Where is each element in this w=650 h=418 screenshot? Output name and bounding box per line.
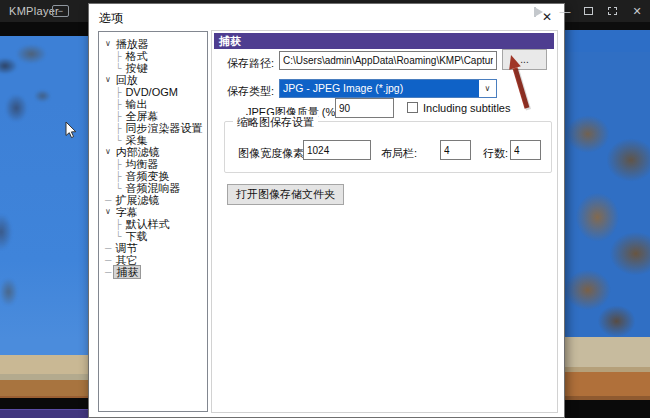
tree-item-2[interactable]: └按键 (105, 62, 207, 74)
tree-item-13[interactable]: ─扩展滤镜 (105, 194, 207, 206)
tree-item-label: 同步渲染器设置 (123, 122, 204, 134)
image-width-input[interactable] (303, 140, 371, 160)
tree-item-label: 扩展滤镜 (113, 194, 161, 206)
tree-item-7[interactable]: ├同步渲染器设置 (105, 122, 207, 134)
rows-label: 行数: (483, 146, 508, 161)
tree-item-label: 按键 (123, 62, 149, 74)
tree-item-15[interactable]: ├默认样式 (105, 218, 207, 230)
tree-connector: ─ (105, 242, 111, 254)
tree-item-label: 字幕 (114, 206, 140, 218)
tree-item-label: 音频混响器 (123, 182, 182, 194)
chevron-down-icon: ∨ (479, 80, 496, 97)
chevron-expanded-icon[interactable]: ∨ (105, 146, 111, 158)
player-bottom-strip (0, 409, 88, 418)
tree-item-label: 内部滤镜 (114, 146, 162, 158)
tree-connector: ├ (115, 218, 121, 230)
including-subtitles-checkbox[interactable] (407, 102, 418, 113)
save-type-dropdown[interactable]: JPG - JPEG Image (*.jpg) ∨ (279, 79, 497, 98)
tree-connector: ├ (115, 158, 121, 170)
tree-item-label: 调节 (113, 242, 139, 254)
close-window-icon[interactable]: ✕ (630, 4, 644, 18)
tree-item-17[interactable]: ─调节 (105, 242, 207, 254)
maximize-icon[interactable] (582, 4, 596, 18)
save-type-selected-value: JPG - JPEG Image (*.jpg) (280, 80, 479, 97)
fullscreen-icon[interactable] (606, 4, 620, 18)
tree-item-6[interactable]: ├全屏幕 (105, 110, 207, 122)
save-path-label: 保存路径: (227, 56, 274, 71)
tree-item-label: DVD/OGM (123, 86, 180, 98)
jpeg-quality-input[interactable] (335, 98, 394, 118)
tree-item-4[interactable]: ├DVD/OGM (105, 86, 207, 98)
tree-connector: └ (115, 182, 121, 194)
window-controls: — ✕ (534, 3, 644, 19)
capture-settings-pane: 捕获 保存路径: ... 保存类型: JPG - JPEG Image (*.j… (211, 30, 558, 413)
tree-item-1[interactable]: ├格式 (105, 50, 207, 62)
tree-item-12[interactable]: └音频混响器 (105, 182, 207, 194)
tree-item-0[interactable]: ∨播放器 (105, 38, 207, 50)
pin-icon[interactable] (534, 4, 548, 18)
tree-connector: ├ (115, 110, 121, 122)
tree-item-label: 默认样式 (123, 218, 171, 230)
tree-item-label: 均衡器 (123, 158, 160, 170)
tree-connector: └ (115, 134, 121, 146)
video-frame-right (565, 22, 650, 418)
tree-connector: ├ (115, 50, 121, 62)
tree-item-19[interactable]: ─捕获 (105, 266, 207, 278)
tree-connector: ├ (115, 170, 121, 182)
tree-item-label: 捕获 (113, 265, 141, 279)
tree-item-3[interactable]: ∨回放 (105, 74, 207, 86)
tree-connector: ─ (105, 254, 111, 266)
tree-item-label: 格式 (123, 50, 149, 62)
save-type-label: 保存类型: (227, 84, 274, 99)
dialog-title: 选项 (99, 10, 123, 27)
tree-item-label: 下载 (123, 230, 149, 242)
options-tree: ∨播放器├格式└按键∨回放├DVD/OGM├输出├全屏幕├同步渲染器设置└采集∨… (98, 31, 208, 412)
tree-item-label: 播放器 (114, 38, 151, 50)
browse-button[interactable]: ... (502, 49, 547, 70)
tree-branches-decor (0, 187, 36, 337)
video-frame-left (0, 22, 88, 418)
rows-input[interactable] (510, 140, 541, 160)
tree-connector: ├ (115, 86, 121, 98)
image-width-label: 图像宽度像素: (238, 146, 307, 161)
tree-item-14[interactable]: ∨字幕 (105, 206, 207, 218)
menu-box-icon[interactable]: − (52, 5, 69, 17)
tree-item-label: 采集 (123, 134, 149, 146)
open-image-folder-button[interactable]: 打开图像存储文件夹 (227, 184, 344, 205)
tree-connector: ├ (115, 122, 121, 134)
tree-foliage-decor (559, 82, 650, 342)
tree-connector: └ (115, 230, 121, 242)
tree-connector: ─ (105, 194, 111, 206)
columns-label: 布局栏: (381, 146, 417, 161)
tree-item-9[interactable]: ∨内部滤镜 (105, 146, 207, 158)
tree-item-5[interactable]: ├输出 (105, 98, 207, 110)
chevron-expanded-icon[interactable]: ∨ (105, 206, 111, 218)
save-path-input[interactable] (279, 51, 497, 70)
options-dialog: 选项 ✕ ∨播放器├格式└按键∨回放├DVD/OGM├输出├全屏幕├同步渲染器设… (88, 3, 565, 418)
minimize-icon[interactable]: — (558, 4, 572, 18)
tree-connector: └ (115, 62, 121, 74)
tree-item-10[interactable]: ├均衡器 (105, 158, 207, 170)
tree-item-16[interactable]: └下载 (105, 230, 207, 242)
tree-branches-decor (0, 30, 65, 150)
chevron-expanded-icon[interactable]: ∨ (105, 38, 111, 50)
thumbnail-settings-group: 缩略图保存设置 图像宽度像素: 布局栏: 行数: (224, 121, 552, 173)
pane-header: 捕获 (214, 33, 554, 49)
tree-item-label: 回放 (114, 74, 140, 86)
tree-item-label: 输出 (123, 98, 149, 110)
tree-item-label: 全屏幕 (123, 110, 160, 122)
tree-connector: ├ (115, 98, 121, 110)
columns-input[interactable] (440, 140, 471, 160)
tree-connector: ─ (105, 266, 111, 278)
tree-item-label: 音频变换 (123, 170, 171, 182)
including-subtitles-label: Including subtitles (423, 102, 510, 114)
tree-item-11[interactable]: ├音频变换 (105, 170, 207, 182)
chevron-expanded-icon[interactable]: ∨ (105, 74, 111, 86)
tree-item-8[interactable]: └采集 (105, 134, 207, 146)
thumbnail-group-title: 缩略图保存设置 (233, 115, 318, 130)
